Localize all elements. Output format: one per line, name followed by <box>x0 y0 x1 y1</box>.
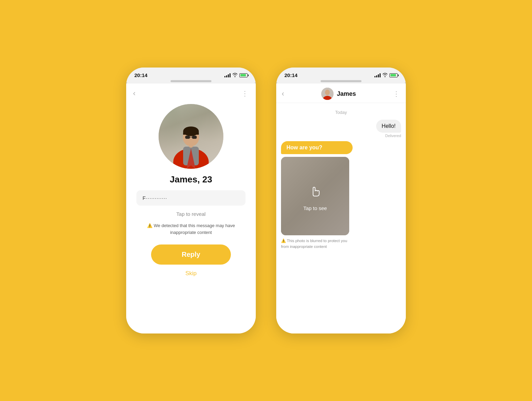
contact-avatar <box>321 88 334 100</box>
phone-right-top: 20:14 <box>276 68 406 82</box>
signal-icon-right <box>374 73 381 77</box>
phone-right-screen: ‹ James ⋮ Today Hello! De <box>276 84 406 333</box>
warning-text: ⚠️ We detected that this message may hav… <box>136 222 246 236</box>
wifi-icon <box>232 73 238 78</box>
chat-area: Today Hello! Delivered How are you? <box>276 103 406 333</box>
message-received-block: How are you? Tap to see ⚠️ This photo is… <box>281 141 353 250</box>
avatar <box>159 104 223 169</box>
notch-left <box>171 80 211 82</box>
message-text: F············ <box>143 195 167 201</box>
wifi-icon-right <box>382 73 388 78</box>
chat-date: Today <box>281 110 401 115</box>
status-time-right: 20:14 <box>284 72 297 78</box>
back-button-left[interactable]: ‹ <box>133 89 135 98</box>
status-bar-left: 20:14 <box>133 72 249 78</box>
contact-name: James <box>337 90 356 98</box>
battery-icon-right <box>389 73 398 77</box>
notch-right <box>321 80 361 82</box>
sent-text: Hello! <box>382 123 396 129</box>
reply-button[interactable]: Reply <box>151 244 231 265</box>
status-bar-right: 20:14 <box>283 72 399 78</box>
profile-content: James, 23 F············ Tap to reveal ⚠️… <box>126 101 256 284</box>
nav-contact-info: James <box>321 88 356 100</box>
message-sent-hello: Hello! Delivered <box>376 120 401 138</box>
bubble-sent: Hello! <box>376 120 401 133</box>
phone-left-top: 20:14 <box>126 68 256 82</box>
photo-warning-text: ⚠️ This photo is blurred to protect you … <box>281 238 353 250</box>
menu-button-right[interactable]: ⋮ <box>393 90 400 98</box>
status-icons-right <box>374 73 398 78</box>
menu-button-left[interactable]: ⋮ <box>241 89 249 98</box>
nav-bar-left: ‹ ⋮ <box>126 84 256 101</box>
svg-rect-6 <box>192 136 197 139</box>
status-icons-left <box>224 73 248 78</box>
nav-bar-right: ‹ James ⋮ <box>276 84 406 103</box>
svg-point-9 <box>325 90 330 95</box>
back-button-right[interactable]: ‹ <box>282 89 284 98</box>
delivered-status: Delivered <box>385 134 401 138</box>
skip-link[interactable]: Skip <box>185 270 196 277</box>
profile-name: James, 23 <box>170 174 212 185</box>
signal-icon <box>224 73 231 77</box>
bubble-received: How are you? <box>281 141 353 154</box>
phone-right: 20:14 ‹ <box>276 68 406 333</box>
phone-left-screen: ‹ ⋮ <box>126 84 256 333</box>
svg-rect-5 <box>185 136 190 139</box>
blurred-photo[interactable]: Tap to see <box>281 157 349 235</box>
battery-icon <box>239 73 248 77</box>
received-text: How are you? <box>286 145 322 150</box>
tap-to-see-label: Tap to see <box>303 205 327 211</box>
hand-pointer-icon <box>306 181 324 200</box>
tap-reveal-label[interactable]: Tap to reveal <box>176 211 206 217</box>
status-time-left: 20:14 <box>134 72 147 78</box>
message-content[interactable]: F············ <box>136 190 246 206</box>
phone-left: 20:14 ‹ ⋮ <box>126 68 256 333</box>
person-figure <box>169 114 213 169</box>
